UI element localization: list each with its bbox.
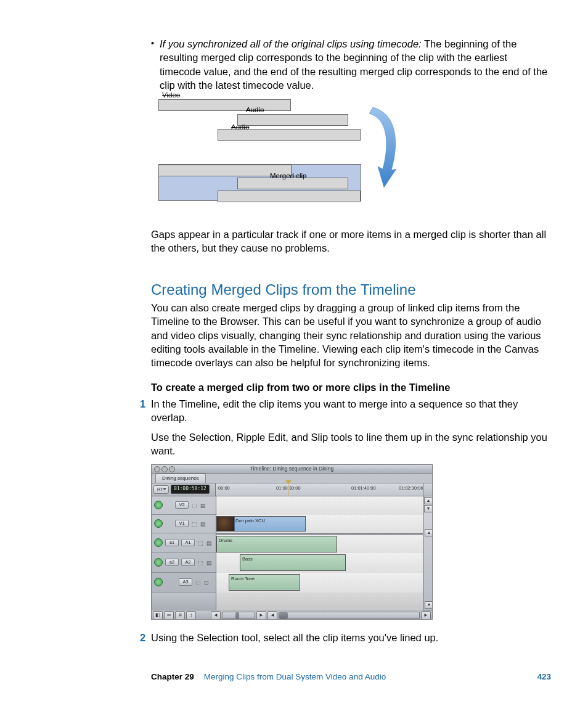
tl-scroll-left[interactable]: ◄ bbox=[267, 611, 277, 620]
tl-window-controls[interactable] bbox=[154, 466, 175, 472]
speaker-icon[interactable] bbox=[154, 578, 163, 586]
steps-heading: To create a merged clip from two or more… bbox=[151, 380, 548, 394]
tl-zoom-slider[interactable] bbox=[222, 612, 255, 619]
tl-footer: ◧ ═ ≋ ↕ ◄ ► ◄ ► bbox=[152, 610, 432, 620]
scroll-up-icon[interactable]: ▲ bbox=[424, 497, 433, 504]
tl-patch-label[interactable]: a2 bbox=[165, 559, 179, 565]
diagram-audio1-bar bbox=[237, 114, 348, 126]
clip-thumbnail bbox=[217, 517, 235, 531]
tl-track-v2[interactable]: V2 ⬚ ▤ bbox=[152, 496, 216, 515]
tl-ruler-endcap bbox=[423, 483, 432, 496]
scroll-down-icon[interactable]: ▼ bbox=[424, 505, 433, 512]
tl-track-label[interactable]: A1 bbox=[181, 539, 195, 546]
tl-track-label[interactable]: A3 bbox=[179, 578, 192, 586]
tl-lane-a3[interactable]: Room Tone bbox=[216, 573, 423, 593]
merge-diagram: Video Audio Audio Merged clip bbox=[158, 99, 423, 216]
tl-rt-menu[interactable]: RT bbox=[153, 485, 169, 494]
tl-scroll-right[interactable]: ► bbox=[421, 611, 431, 620]
tl-toggle-button[interactable]: ↕ bbox=[186, 611, 196, 620]
tl-window-title: Timeline: Dining sequence in Dining bbox=[250, 466, 333, 472]
tl-clip-label: Room Tone bbox=[231, 576, 255, 582]
footer-chapter: Chapter 29 bbox=[151, 671, 194, 683]
close-icon[interactable] bbox=[154, 466, 160, 472]
diagram-arrow bbox=[362, 102, 411, 207]
tl-track-a3[interactable]: A3 ⬚ ⊡ bbox=[152, 573, 216, 593]
tl-ruler[interactable]: 00:00 01:00:30:00 01:01:40:00 01:02:30:0… bbox=[216, 483, 423, 496]
visibility-icon[interactable] bbox=[154, 501, 163, 509]
auto-select-icon[interactable]: ⊡ bbox=[203, 579, 210, 585]
lock-icon[interactable]: ⬚ bbox=[195, 579, 201, 585]
tl-lane-a1[interactable]: Drums bbox=[216, 533, 423, 555]
footer-page-number: 423 bbox=[537, 671, 551, 683]
step-2: 2 Using the Selection tool, select all t… bbox=[151, 631, 548, 644]
tl-ruler-tick: 00:00 bbox=[218, 485, 230, 491]
auto-select-icon[interactable]: ▤ bbox=[206, 540, 212, 546]
auto-select-icon[interactable]: ▤ bbox=[206, 559, 212, 565]
tl-track-label[interactable]: V1 bbox=[175, 520, 189, 527]
step-1-number: 1 bbox=[140, 397, 145, 411]
tl-track-v1[interactable]: V1 ⬚ ▤ bbox=[152, 515, 216, 533]
tl-track-headers: V2 ⬚ ▤ V1 ⬚ ▤ a1 A1 ⬚ bbox=[152, 496, 216, 610]
auto-select-icon[interactable]: ▤ bbox=[200, 502, 206, 508]
tl-track-label[interactable]: V2 bbox=[175, 501, 189, 509]
tl-lane-a2[interactable]: Bass bbox=[216, 553, 423, 573]
tl-lane-v2[interactable] bbox=[216, 496, 423, 515]
tl-titlebar: Timeline: Dining sequence in Dining bbox=[152, 465, 432, 474]
diagram-audio1-label: Audio bbox=[246, 105, 264, 115]
speaker-icon[interactable] bbox=[154, 538, 163, 547]
tl-track-a1[interactable]: a1 A1 ⬚ ▤ bbox=[152, 533, 216, 553]
tl-clip-drums[interactable]: Drums bbox=[216, 536, 337, 552]
scroll-down-icon[interactable]: ▼ bbox=[425, 601, 433, 609]
tl-tab-sequence[interactable]: Dining sequence bbox=[155, 474, 206, 483]
tl-patch-label[interactable]: a1 bbox=[165, 539, 179, 546]
timeline-screenshot: Timeline: Dining sequence in Dining Dini… bbox=[151, 464, 433, 620]
page-footer: Chapter 29 Merging Clips from Dual Syste… bbox=[37, 671, 551, 683]
tl-lane-spacer bbox=[216, 593, 423, 610]
bullet-lead: If you synchronized all of the original … bbox=[160, 38, 422, 49]
tl-clip-room-tone[interactable]: Room Tone bbox=[229, 574, 300, 591]
section-heading: Creating Merged Clips from the Timeline bbox=[151, 280, 548, 300]
tl-clip-bass[interactable]: Bass bbox=[240, 554, 346, 571]
tl-toggle-button[interactable]: ═ bbox=[164, 611, 174, 620]
tl-track-label[interactable]: A2 bbox=[181, 559, 195, 566]
step-1: 1 In the Timeline, edit the clip items y… bbox=[151, 397, 548, 425]
bullet-marker: • bbox=[151, 37, 160, 92]
tl-clip-video[interactable]: Don pain XCU bbox=[216, 516, 306, 532]
step-2-text: Using the Selection tool, select all the… bbox=[151, 632, 438, 643]
tl-ruler-tick: 01:01:40:00 bbox=[351, 485, 376, 491]
tl-clip-label: Don pain XCU bbox=[235, 518, 265, 524]
tl-clip-label: Drums bbox=[219, 538, 232, 544]
gap-paragraph: Gaps appear in a particular track if one… bbox=[151, 228, 548, 255]
tl-clip-label: Bass bbox=[242, 556, 253, 562]
tl-right-scroll[interactable]: ▲ ▼ ▲ ▼ bbox=[423, 496, 432, 610]
tl-zoom-in[interactable]: ► bbox=[256, 611, 266, 620]
tl-lane-v1[interactable]: Don pain XCU bbox=[216, 515, 423, 534]
tl-h-scrollbar[interactable] bbox=[279, 612, 420, 619]
tl-lanes[interactable]: Don pain XCU Drums Bass bbox=[216, 496, 423, 610]
tl-tabbar: Dining sequence bbox=[152, 474, 432, 483]
tl-track-a2[interactable]: a2 A2 ⬚ ▤ bbox=[152, 553, 216, 573]
visibility-icon[interactable] bbox=[154, 519, 163, 528]
tl-toggle-button[interactable]: ◧ bbox=[153, 611, 163, 620]
minimize-icon[interactable] bbox=[161, 466, 168, 472]
speaker-icon[interactable] bbox=[154, 558, 163, 567]
step-1-text: In the Timeline, edit the clip items you… bbox=[151, 398, 518, 423]
tl-timecode[interactable]: 01:00:58:12 bbox=[171, 485, 210, 494]
lock-icon[interactable]: ⬚ bbox=[197, 540, 203, 546]
zoom-icon[interactable] bbox=[169, 466, 175, 472]
tl-ruler-tick: 01:02:30:06 bbox=[399, 485, 423, 491]
lock-icon[interactable]: ⬚ bbox=[197, 559, 203, 565]
bullet-item: • If you synchronized all of the origina… bbox=[151, 37, 548, 92]
section-paragraph: You can also create merged clips by drag… bbox=[151, 301, 548, 369]
auto-select-icon[interactable]: ▤ bbox=[200, 520, 206, 527]
lock-icon[interactable]: ⬚ bbox=[191, 502, 197, 508]
scroll-up-icon[interactable]: ▲ bbox=[425, 529, 433, 536]
footer-chapter-title: Merging Clips from Dual System Video and… bbox=[204, 671, 386, 683]
step-1-sub: Use the Selection, Ripple Edit, and Slip… bbox=[151, 430, 548, 458]
tl-toggle-button[interactable]: ≋ bbox=[175, 611, 185, 620]
diagram-merged-bar3 bbox=[218, 191, 361, 202]
diagram-audio2-label: Audio bbox=[231, 123, 249, 133]
diagram-video-label: Video bbox=[162, 91, 180, 101]
tl-zoom-out[interactable]: ◄ bbox=[211, 611, 221, 620]
lock-icon[interactable]: ⬚ bbox=[191, 520, 197, 527]
